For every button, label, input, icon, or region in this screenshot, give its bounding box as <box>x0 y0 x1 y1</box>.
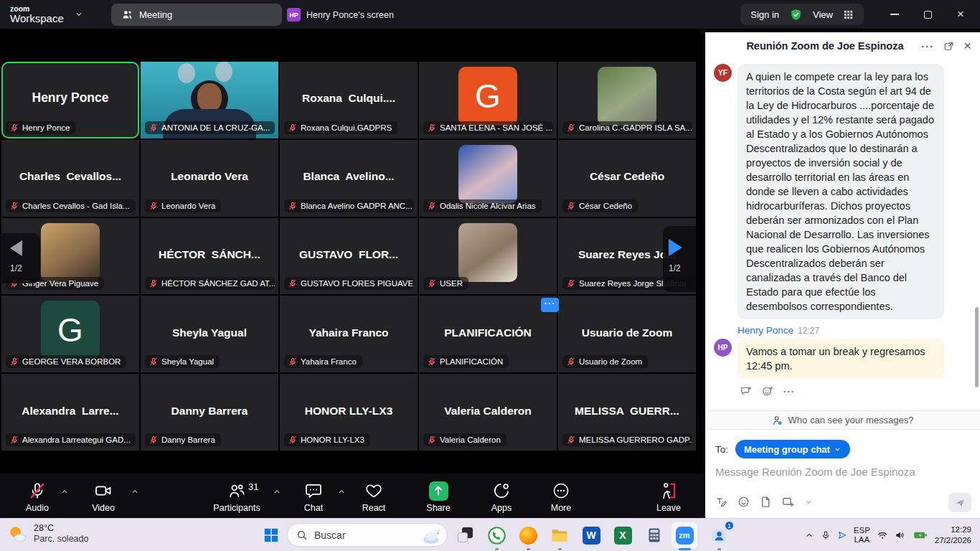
participant-tile[interactable]: Carolina C.-GADPR ISLA SA... <box>558 62 696 138</box>
view-button[interactable]: View <box>813 9 833 20</box>
participant-tile[interactable]: Alexandra Larre...Alexandra Larreategui … <box>1 374 139 451</box>
recipient-dropdown[interactable]: Meeting group chat <box>735 440 850 458</box>
compose-toolbar <box>715 496 813 508</box>
participant-name-label: Alexandra Larreategui GAD... <box>6 433 136 446</box>
taskbar-search[interactable]: Buscar <box>287 523 448 547</box>
participant-tile[interactable]: HONOR LLY-LX3HONOR LLY-LX3 <box>280 374 418 451</box>
message-sender-row: Henry Ponce12:27 <box>738 325 971 336</box>
language-indicator[interactable]: ESP LAA <box>854 526 870 545</box>
message-input[interactable] <box>715 466 966 478</box>
chat-more-icon[interactable]: ··· <box>921 40 934 52</box>
participant-tile[interactable]: MELISSA GUERR...MELISSA GUERRERO GADP... <box>558 374 696 451</box>
message-more-icon[interactable]: ··· <box>783 386 795 397</box>
toolbar-label: More <box>518 503 604 513</box>
clock[interactable]: 12:29 27/2/2026 <box>935 524 971 546</box>
battery-icon[interactable] <box>913 528 928 542</box>
chat-close-icon[interactable]: × <box>963 38 971 54</box>
react-emoji-icon[interactable] <box>762 385 773 397</box>
people-chat-app-icon[interactable]: 1 <box>706 522 732 548</box>
participant-tile[interactable]: ANTONIA DE LA CRUZ-GA... <box>141 62 278 138</box>
close-button[interactable]: × <box>950 7 971 22</box>
participant-display-name: Danny Barrera <box>141 405 278 418</box>
weather-widget[interactable]: 28°C Parc. soleado <box>6 523 88 544</box>
calculator-app-icon[interactable] <box>641 522 667 548</box>
task-view-app-icon[interactable] <box>452 522 478 548</box>
message-avatar[interactable]: YF <box>714 64 732 82</box>
workspace-chevron-icon[interactable] <box>74 9 84 19</box>
wifi-icon[interactable] <box>877 529 888 541</box>
grid-prev-page-button[interactable]: 1/2 <box>0 233 40 283</box>
participant-tile[interactable]: Roxana Culqui....Roxana Culqui.GADPRS <box>280 62 418 138</box>
participant-label-text: Carolina C.-GADPR ISLA SA... <box>579 123 692 132</box>
format-icon[interactable] <box>715 496 727 508</box>
chat-panel: Reunión Zoom de Joe Espinoza ··· × YFA q… <box>705 32 980 518</box>
sign-in-button[interactable]: Sign in <box>750 9 779 20</box>
tab-henry-screen[interactable]: HP Henry Ponce's screen <box>287 4 394 26</box>
tray-chevron-icon[interactable] <box>804 530 814 540</box>
participant-tile[interactable]: Charles Cevallos...Charles Cevallos - Ga… <box>1 140 139 217</box>
participant-tile[interactable]: USER <box>419 218 557 295</box>
whatsapp-app-icon[interactable] <box>484 522 509 548</box>
sender-name[interactable]: Henry Ponce <box>738 325 793 336</box>
message-bubble[interactable]: Vamos a tomar un break y regresamos 12:4… <box>738 339 944 379</box>
tray-mic-icon[interactable] <box>821 530 831 540</box>
screenshot-icon[interactable] <box>782 496 794 508</box>
tile-more-button[interactable]: ··· <box>541 298 559 312</box>
participant-tile[interactable]: GSANTA ELENA - SAN JOSÉ ... <box>419 62 557 138</box>
participant-tile[interactable]: Leonardo VeraLeonardo Vera <box>141 140 278 217</box>
participant-tile[interactable]: Valeria CalderonValeria Calderon <box>419 374 557 451</box>
chat-popout-icon[interactable] <box>943 41 954 52</box>
muted-mic-icon <box>149 123 158 132</box>
more-button[interactable]: More <box>518 480 604 513</box>
maximize-button[interactable] <box>917 11 938 19</box>
minimize-button[interactable] <box>884 14 905 15</box>
chevron-down-icon[interactable] <box>804 498 813 507</box>
tray-location-icon <box>837 530 847 540</box>
participant-tile[interactable]: PLANIFICACIÓNPLANIFICACIÓN <box>419 296 557 372</box>
meeting-people-icon <box>121 9 133 21</box>
avatar-photo-portrait-woman <box>41 223 100 282</box>
participant-tile[interactable]: Usuario de ZoomUsuario de Zoom <box>558 296 696 372</box>
file-explorer-app-icon[interactable] <box>547 522 573 548</box>
firefox-app-icon[interactable] <box>515 522 541 548</box>
grid-next-page-button[interactable]: 1/2 <box>663 226 696 292</box>
participant-display-name: Usuario de Zoom <box>558 326 696 339</box>
participant-label-text: César Cedeño <box>579 202 632 210</box>
participant-display-name: PLANIFICACIÓN <box>419 326 557 339</box>
task-view-icon <box>458 532 468 542</box>
participant-tile[interactable]: Sheyla YagualSheyla Yagual <box>141 296 278 372</box>
muted-mic-icon <box>567 357 575 366</box>
participant-tile[interactable]: Henry PonceHenry Ponce <box>1 62 139 138</box>
chevron-up-icon[interactable] <box>131 487 139 498</box>
word-app-icon[interactable]: W <box>578 522 604 548</box>
participant-tile[interactable]: GGEORGE VERA BORBOR <box>1 296 139 372</box>
reply-icon[interactable] <box>740 385 752 397</box>
privacy-note[interactable]: Who can see your messages? <box>705 410 980 430</box>
participants-button[interactable]: 31Participants <box>194 480 280 513</box>
muted-mic-icon <box>149 202 158 210</box>
zoom-app-icon[interactable]: zm <box>672 522 697 548</box>
participant-tile[interactable]: HÉCTOR SÁNCH...HÉCTOR SÁNCHEZ GAD AT... <box>141 218 278 295</box>
start-button[interactable] <box>263 527 280 544</box>
leave-button[interactable]: Leave <box>626 480 712 513</box>
video-button[interactable]: Video <box>60 480 146 513</box>
participant-tile[interactable]: Danny BarreraDanny Barrera <box>141 374 278 451</box>
volume-icon[interactable] <box>895 529 906 541</box>
file-icon[interactable] <box>760 496 772 508</box>
view-grid-icon[interactable] <box>843 9 854 20</box>
excel-app-icon[interactable]: X <box>610 522 636 548</box>
participant-tile[interactable]: Odalis Nicole Alcivar Arias <box>419 140 557 217</box>
participant-tile[interactable]: GUSTAVO FLOR...GUSTAVO FLORES PIGUAVE <box>280 218 418 295</box>
emoji-icon[interactable] <box>738 496 750 508</box>
message-avatar[interactable]: HP <box>714 339 732 357</box>
participant-tile[interactable]: Yahaira FrancoYahaira Franco <box>280 296 418 372</box>
participants-count: 31 <box>248 481 258 492</box>
muted-mic-icon <box>288 202 297 210</box>
participant-tile[interactable]: Blanca Avelino...Blanca Avelino GADPR AN… <box>280 140 418 217</box>
send-button[interactable] <box>948 493 971 512</box>
chat-scrollbar-thumb[interactable] <box>975 307 979 387</box>
message-bubble[interactable]: A quien le compete crear la ley para los… <box>738 64 944 319</box>
tab-meeting[interactable]: Meeting <box>111 4 282 26</box>
search-decoration-bear <box>421 525 443 545</box>
participant-tile[interactable]: César CedeñoCésar Cedeño <box>558 140 696 217</box>
